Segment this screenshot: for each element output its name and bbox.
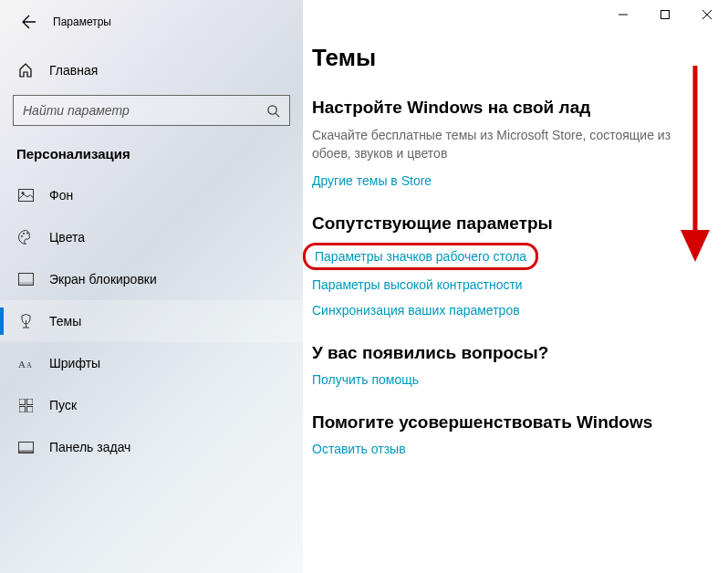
app-title: Параметры bbox=[53, 16, 111, 28]
high-contrast-link[interactable]: Параметры высокой контрастности bbox=[312, 277, 673, 292]
sidebar-home[interactable]: Главная bbox=[0, 51, 303, 89]
start-icon bbox=[16, 399, 35, 412]
sidebar: Параметры Главная Персонализация Фон Цве… bbox=[0, 0, 303, 573]
sidebar-section-title: Персонализация bbox=[0, 137, 303, 174]
taskbar-icon bbox=[16, 442, 35, 453]
back-button[interactable] bbox=[16, 9, 42, 35]
fonts-icon: AA bbox=[16, 357, 35, 370]
feedback-heading: Помогите усовершенствовать Windows bbox=[312, 412, 673, 432]
sidebar-item-label: Шрифты bbox=[49, 356, 100, 370]
sidebar-item-fonts[interactable]: AA Шрифты bbox=[0, 342, 303, 384]
sidebar-item-taskbar[interactable]: Панель задач bbox=[0, 426, 303, 468]
get-help-link[interactable]: Получить помощь bbox=[312, 372, 673, 387]
image-icon bbox=[16, 189, 35, 202]
home-icon bbox=[16, 63, 35, 78]
search-box[interactable] bbox=[13, 95, 290, 126]
page-title: Темы bbox=[312, 44, 673, 72]
svg-text:A: A bbox=[18, 359, 26, 370]
svg-text:A: A bbox=[26, 361, 32, 370]
sidebar-item-colors[interactable]: Цвета bbox=[0, 216, 303, 258]
titlebar-left: Параметры bbox=[0, 5, 303, 35]
svg-rect-14 bbox=[26, 406, 33, 412]
arrow-left-icon bbox=[22, 15, 36, 29]
lock-screen-icon bbox=[16, 273, 35, 286]
search-wrap bbox=[13, 95, 290, 126]
sync-settings-link[interactable]: Синхронизация ваших параметров bbox=[312, 303, 673, 318]
themes-icon bbox=[16, 314, 35, 328]
sidebar-item-label: Цвета bbox=[49, 230, 85, 245]
svg-point-6 bbox=[26, 233, 28, 234]
customize-heading: Настройте Windows на свой лад bbox=[312, 98, 673, 118]
maximize-button[interactable] bbox=[644, 0, 686, 29]
sidebar-home-label: Главная bbox=[49, 63, 98, 78]
search-input[interactable] bbox=[23, 103, 266, 118]
store-themes-link[interactable]: Другие темы в Store bbox=[312, 173, 673, 188]
svg-rect-13 bbox=[19, 406, 26, 412]
svg-rect-8 bbox=[18, 282, 33, 286]
sidebar-item-label: Экран блокировки bbox=[49, 272, 157, 286]
sidebar-item-themes[interactable]: Темы bbox=[0, 300, 303, 342]
svg-point-4 bbox=[21, 235, 23, 237]
svg-point-5 bbox=[23, 233, 25, 234]
desktop-icons-link[interactable]: Параметры значков рабочего стола bbox=[303, 243, 538, 270]
titlebar-controls bbox=[602, 0, 728, 29]
sidebar-item-label: Темы bbox=[49, 314, 81, 328]
related-heading: Сопутствующие параметры bbox=[312, 214, 673, 234]
feedback-link[interactable]: Оставить отзыв bbox=[312, 442, 673, 456]
help-heading: У вас появились вопросы? bbox=[312, 343, 673, 363]
sidebar-item-start[interactable]: Пуск bbox=[0, 384, 303, 426]
minimize-button[interactable] bbox=[602, 0, 644, 29]
palette-icon bbox=[16, 230, 35, 245]
sidebar-item-background[interactable]: Фон bbox=[0, 174, 303, 216]
svg-point-0 bbox=[268, 105, 276, 113]
search-icon bbox=[266, 104, 280, 118]
svg-rect-18 bbox=[661, 11, 670, 19]
close-button[interactable] bbox=[686, 0, 728, 29]
svg-rect-11 bbox=[19, 399, 26, 405]
svg-rect-16 bbox=[18, 450, 33, 453]
sidebar-item-label: Панель задач bbox=[49, 440, 130, 454]
svg-line-1 bbox=[276, 113, 279, 117]
sidebar-item-label: Фон bbox=[49, 188, 73, 203]
content: Темы Настройте Windows на свой лад Скача… bbox=[303, 0, 728, 573]
svg-rect-12 bbox=[26, 399, 33, 405]
customize-desc: Скачайте бесплатные темы из Microsoft St… bbox=[312, 127, 673, 162]
sidebar-item-lockscreen[interactable]: Экран блокировки bbox=[0, 258, 303, 300]
sidebar-item-label: Пуск bbox=[49, 398, 77, 412]
